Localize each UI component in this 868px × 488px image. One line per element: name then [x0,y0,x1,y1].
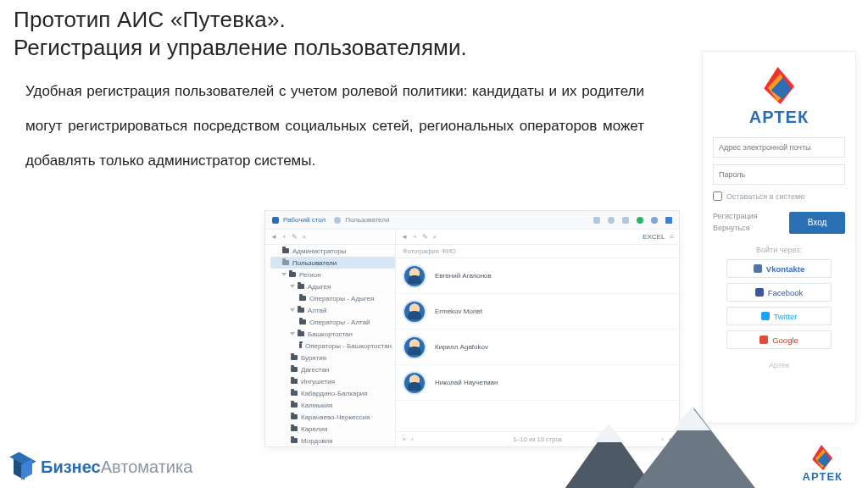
table-row[interactable]: Ermekov Monet [396,294,679,330]
tree-panel: ◄ + ✎ × АдминистраторыПользователиРегион… [265,230,396,446]
tree-node-label: Алтай [308,307,327,314]
tree-node[interactable]: Кабардино-Балкария [270,387,395,399]
menu-icon[interactable]: ≡ [670,233,674,241]
tree-node[interactable]: Регион [270,269,395,280]
list-add[interactable]: + [413,233,417,241]
table-row[interactable]: Кирилл Agafokov [396,330,679,365]
list-panel: ◄ + ✎ × EXCEL ≡ Фотография ФИО Евгений А… [396,230,679,446]
tree-node[interactable]: Карачаево-Черкессия [270,411,395,423]
col-photo[interactable]: Фотография [403,247,442,255]
social-vkontakte[interactable]: Vkontakte [726,259,832,278]
folder-icon [299,319,306,324]
tree-node[interactable]: Карелия [270,423,395,435]
brand-light: Автоматика [101,458,193,476]
footer-artek-logo: АРТЕК [803,445,843,483]
caret-icon[interactable] [290,308,295,312]
facebook-icon [755,288,764,297]
folder-icon [298,308,304,313]
list-del[interactable]: × [433,233,437,241]
social-facebook[interactable]: Facebook [726,283,832,302]
tree-node-label: Операторы - Адыгея [309,295,374,302]
email-field[interactable] [713,137,845,158]
row-name: Кирилл Agafokov [435,343,488,351]
status-icon[interactable] [637,217,643,224]
crumb-home[interactable]: Рабочий стол [272,216,326,224]
avatar [403,264,426,288]
tree-node[interactable]: Алтай [270,304,395,316]
avatar [403,371,426,395]
folder-icon [291,426,298,431]
folder-icon [299,343,302,348]
tree-node-label: Башкортостан [308,330,353,338]
tree-edit[interactable]: ✎ [292,233,298,241]
folder-icon [291,438,298,443]
login-button[interactable]: Вход [789,212,845,234]
table-row[interactable]: Николай Научетман [396,365,679,401]
row-name: Ermekov Monet [435,308,482,315]
tree-node[interactable]: Мордовия [270,435,395,446]
tree-back[interactable]: ◄ [270,233,277,241]
caret-icon[interactable] [290,332,295,336]
crumb-users[interactable]: Пользователи [334,216,389,224]
tree-node[interactable]: Дагестан [270,363,395,375]
tree-node[interactable]: Администраторы [270,245,395,257]
caret-icon[interactable] [290,285,295,288]
table-row[interactable]: Евгений Агапонов [396,258,679,294]
tree-node[interactable]: Операторы - Башкортостан [270,340,395,352]
mail-icon[interactable] [622,217,629,224]
account-icon[interactable] [651,217,658,224]
admin-window: Рабочий стол Пользователи ◄ + ✎ [264,210,680,447]
pager-next[interactable]: › [661,435,664,443]
chat-icon[interactable] [608,217,615,224]
tree-node[interactable]: Операторы - Адыгея [270,292,395,304]
tree-node[interactable]: Пользователи [270,257,395,269]
tree-node[interactable]: Башкортостан [270,328,395,340]
folder-icon [291,391,298,396]
tree-add[interactable]: + [282,233,287,241]
folder-icon [282,260,289,265]
tree-delete[interactable]: × [303,233,307,241]
folder-icon [298,284,304,289]
tw-label: Twitter [774,312,798,321]
tree-node[interactable]: Калмыкия [270,399,395,411]
list-back[interactable]: ◄ [401,233,408,241]
tree-node[interactable]: Бурятия [270,352,395,363]
tree-node-label: Операторы - Башкортостан [305,342,392,350]
social-twitter[interactable]: Twitter [726,307,832,325]
artek-logo: АРТЕК [713,67,845,127]
slide-title-1: Прототип АИС «Путевка». [0,0,868,35]
folder-icon [291,414,298,419]
pager-first[interactable]: « [403,435,406,443]
tree-node-label: Администраторы [292,247,346,255]
row-name: Евгений Агапонов [435,272,492,280]
tree-node[interactable]: Адыгея [270,280,395,292]
folder-icon [291,402,298,408]
folder-icon [289,272,296,277]
social-google[interactable]: Google [726,330,832,349]
tree-node[interactable]: Ингушетия [270,375,395,387]
remember-input[interactable] [713,191,722,201]
tree-node-label: Мордовия [301,437,333,445]
password-field[interactable] [713,164,845,185]
back-link[interactable]: Вернуться [713,223,758,235]
tree-node[interactable]: Операторы - Алтай [270,316,395,328]
google-icon [760,336,768,344]
folder-icon [299,296,306,301]
apps-icon[interactable] [665,217,672,224]
bookmark-icon[interactable] [593,217,600,224]
crumb-home-label: Рабочий стол [283,216,326,224]
caret-icon[interactable] [281,273,287,276]
avatar [403,336,426,359]
pager-prev[interactable]: ‹ [411,435,414,443]
folder-icon [291,379,298,384]
register-link[interactable]: Регистрация [713,211,758,223]
footer-artek-text: АРТЕК [803,470,843,483]
remember-label: Оставаться в системе [726,192,804,201]
twitter-icon [761,312,770,320]
crumb-users-label: Пользователи [345,216,389,224]
list-edit[interactable]: ✎ [422,233,428,241]
export-excel[interactable]: EXCEL [643,233,665,241]
col-name[interactable]: ФИО [442,247,456,255]
pager-last[interactable]: » [669,435,672,443]
remember-checkbox[interactable]: Оставаться в системе [713,191,845,201]
